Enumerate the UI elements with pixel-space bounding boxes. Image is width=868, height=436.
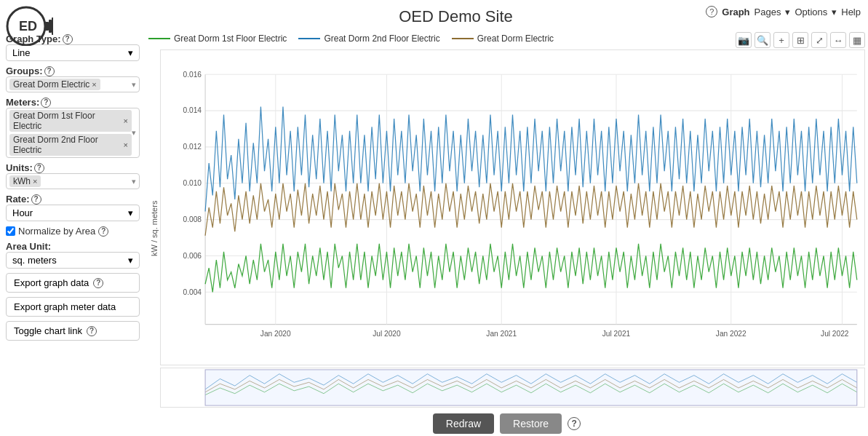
svg-text:Jan 2021: Jan 2021 — [486, 329, 517, 338]
legend-line-3 — [452, 38, 474, 39]
normalize-checkbox[interactable] — [6, 226, 15, 236]
export-graph-help-icon[interactable]: ? — [93, 278, 103, 288]
groups-label: Groups: ? — [6, 66, 140, 76]
area-unit-label: Area Unit: — [6, 241, 140, 252]
chart-toolbar: Great Dorm 1st Floor Electric Great Dorm… — [148, 32, 865, 48]
svg-text:ED: ED — [19, 19, 37, 33]
nav-help-link[interactable]: Help — [841, 7, 861, 17]
groups-help-icon[interactable]: ? — [44, 66, 55, 76]
normalize-label: Normalize by Area — [18, 226, 95, 237]
nav-graph-link[interactable]: Graph — [722, 7, 749, 17]
rate-label: Rate: ? — [6, 194, 140, 205]
normalize-help-icon[interactable]: ? — [98, 226, 108, 237]
legend-item-3: Great Dorm Electric — [452, 33, 554, 44]
svg-rect-2 — [45, 22, 49, 31]
meter2-tag: Great Dorm 2nd Floor Electric × — [9, 134, 132, 156]
svg-text:0.004: 0.004 — [183, 287, 202, 296]
zoom-out-icon-btn[interactable]: ⤢ — [811, 32, 827, 48]
rate-section: Rate: ? Hour ▾ — [6, 194, 140, 221]
legend-item-1: Great Dorm 1st Floor Electric — [148, 33, 287, 44]
autoscale-icon-btn[interactable]: ↔ — [830, 32, 846, 48]
svg-text:0.006: 0.006 — [183, 250, 202, 259]
dropdown-arrow-icon: ▾ — [128, 47, 133, 58]
chart-svg-container: 0.016 0.014 0.012 0.010 0.008 0.006 0.00… — [160, 49, 865, 408]
nav-pages-link[interactable]: Pages — [754, 7, 781, 17]
legend-label-2: Great Dorm 2nd Floor Electric — [324, 33, 439, 44]
y-axis-label: kW / sq. meters — [148, 49, 160, 408]
units-help-icon[interactable]: ? — [34, 163, 44, 173]
mini-chart[interactable] — [160, 368, 865, 408]
meters-input[interactable]: Great Dorm 1st Floor Electric × Great Do… — [6, 108, 140, 158]
toggle-chart-help-icon[interactable]: ? — [87, 326, 97, 336]
svg-text:Jul 2020: Jul 2020 — [373, 329, 401, 338]
nav-help-icon: ? — [706, 6, 717, 17]
export-meter-button[interactable]: Export graph meter data — [6, 297, 140, 317]
legend-item-2: Great Dorm 2nd Floor Electric — [298, 33, 439, 44]
svg-text:Jan 2022: Jan 2022 — [716, 329, 746, 338]
units-arrow-icon: ▾ — [132, 177, 136, 186]
legend-line-2 — [298, 38, 320, 39]
top-nav: ? Graph Pages▾ Options▾ Help — [706, 6, 861, 17]
rate-arrow-icon: ▾ — [128, 207, 133, 218]
meter1-tag-remove[interactable]: × — [124, 116, 128, 125]
nav-options-link[interactable]: Options — [795, 7, 827, 17]
export-graph-button[interactable]: Export graph data ? — [6, 273, 140, 293]
groups-section: Groups: ? Great Dorm Electric × ▾ — [6, 66, 140, 92]
groups-tag-remove[interactable]: × — [92, 80, 96, 89]
meters-section: Meters: ? Great Dorm 1st Floor Electric … — [6, 97, 140, 158]
redraw-button[interactable]: Redraw — [433, 413, 494, 434]
svg-rect-33 — [205, 370, 857, 405]
chart-area: Great Dorm 1st Floor Electric Great Dorm… — [146, 31, 868, 436]
rate-dropdown[interactable]: Hour ▾ — [6, 205, 140, 221]
chart-icons: 📷 🔍 + ⊞ ⤢ ↔ ▦ — [736, 32, 865, 48]
svg-text:0.014: 0.014 — [183, 106, 202, 114]
legend-line-1 — [148, 38, 170, 39]
units-section: Units: ? kWh × ▾ — [6, 162, 140, 189]
unit-tag-remove[interactable]: × — [33, 177, 37, 186]
area-unit-dropdown[interactable]: sq. meters ▾ — [6, 252, 140, 269]
toggle-chart-button[interactable]: Toggle chart link ? — [6, 321, 140, 341]
chart-main: kW / sq. meters — [148, 49, 865, 408]
bar-chart-icon-btn[interactable]: ▦ — [849, 32, 865, 48]
meters-label: Meters: ? — [6, 97, 140, 108]
pan-icon-btn[interactable]: ⊞ — [792, 32, 808, 48]
svg-text:Jan 2020: Jan 2020 — [260, 329, 291, 338]
graph-type-help-icon[interactable]: ? — [63, 34, 73, 44]
chart-legend: Great Dorm 1st Floor Electric Great Dorm… — [148, 32, 554, 45]
svg-text:0.016: 0.016 — [183, 69, 202, 78]
svg-text:0.012: 0.012 — [183, 142, 202, 151]
meter1-tag: Great Dorm 1st Floor Electric × — [9, 110, 132, 132]
area-unit-arrow-icon: ▾ — [128, 255, 133, 266]
meter2-tag-remove[interactable]: × — [124, 140, 128, 149]
sidebar: Graph Type: ? Line ▾ Groups: ? Great Dor… — [0, 31, 146, 436]
bottom-buttons: Redraw Restore ? — [148, 408, 865, 436]
area-unit-section: Area Unit: sq. meters ▾ — [6, 241, 140, 269]
main-chart[interactable]: 0.016 0.014 0.012 0.010 0.008 0.006 0.00… — [160, 49, 865, 365]
restore-button[interactable]: Restore — [500, 413, 562, 434]
svg-rect-4 — [52, 17, 53, 35]
unit-tag: kWh × — [9, 175, 41, 187]
svg-text:0.008: 0.008 — [183, 215, 202, 223]
svg-rect-3 — [49, 20, 52, 33]
legend-label-3: Great Dorm Electric — [477, 33, 554, 44]
svg-text:0.010: 0.010 — [183, 178, 202, 187]
groups-tag: Great Dorm Electric × — [9, 79, 100, 90]
units-label: Units: ? — [6, 162, 140, 173]
bottom-help-icon[interactable]: ? — [568, 417, 581, 430]
camera-icon-btn[interactable]: 📷 — [736, 32, 752, 48]
legend-label-1: Great Dorm 1st Floor Electric — [174, 33, 287, 44]
svg-text:Jul 2022: Jul 2022 — [821, 329, 849, 338]
groups-input[interactable]: Great Dorm Electric × ▾ — [6, 76, 140, 92]
svg-text:Jul 2021: Jul 2021 — [602, 329, 631, 338]
groups-arrow-icon: ▾ — [132, 80, 136, 90]
normalize-row: Normalize by Area ? — [6, 226, 140, 237]
units-input[interactable]: kWh × ▾ — [6, 173, 140, 189]
meters-arrow-icon: ▾ — [132, 128, 136, 138]
meters-help-icon[interactable]: ? — [41, 98, 51, 108]
zoom-in-icon-btn[interactable]: 🔍 — [754, 32, 771, 48]
zoom-add-icon-btn[interactable]: + — [773, 32, 789, 48]
rate-help-icon[interactable]: ? — [31, 194, 41, 205]
logo: ED — [6, 6, 53, 48]
